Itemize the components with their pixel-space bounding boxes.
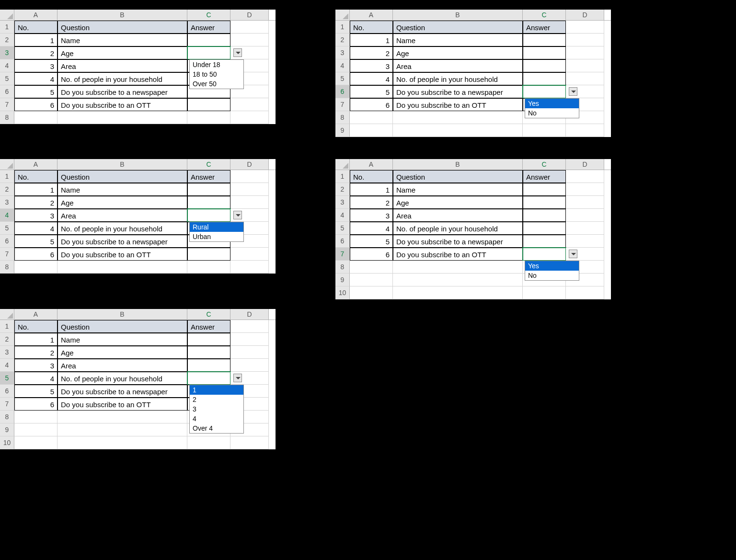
cell-B8[interactable] bbox=[58, 261, 187, 274]
select-all-corner[interactable] bbox=[335, 159, 350, 170]
column-header-C[interactable]: C bbox=[187, 159, 230, 170]
cell-D2[interactable] bbox=[230, 333, 269, 346]
cell-A4[interactable]: 3 bbox=[350, 59, 393, 72]
row-header-9[interactable]: 9 bbox=[335, 274, 350, 286]
dropdown-item[interactable]: 4 bbox=[190, 414, 243, 423]
cell-C5[interactable] bbox=[523, 72, 566, 85]
cell-A9[interactable] bbox=[14, 423, 58, 436]
row-header-8[interactable]: 8 bbox=[335, 111, 350, 124]
dropdown-button[interactable] bbox=[233, 48, 242, 57]
cell-D2[interactable] bbox=[566, 34, 604, 46]
cell-D5[interactable] bbox=[566, 72, 604, 85]
cell-B5[interactable]: No. of people in your household bbox=[58, 72, 187, 85]
row-header-10[interactable]: 10 bbox=[0, 436, 14, 449]
dropdown-list[interactable]: YesNo bbox=[525, 261, 579, 281]
cell-B3[interactable]: Age bbox=[58, 46, 187, 59]
column-header-C[interactable]: C bbox=[523, 10, 566, 20]
cell-D2[interactable] bbox=[230, 34, 269, 46]
select-all-corner[interactable] bbox=[0, 10, 14, 20]
cell-B2[interactable]: Name bbox=[58, 333, 187, 346]
cell-A8[interactable] bbox=[350, 261, 393, 274]
dropdown-item[interactable]: 3 bbox=[190, 404, 243, 414]
cell-B1[interactable]: Question bbox=[58, 320, 187, 333]
cell-D3[interactable] bbox=[230, 346, 269, 359]
cell-D10[interactable] bbox=[566, 286, 604, 299]
cell-B5[interactable]: No. of people in your household bbox=[58, 372, 187, 385]
row-header-9[interactable]: 9 bbox=[335, 124, 350, 137]
cell-A1[interactable]: No. bbox=[350, 170, 393, 183]
column-header-D[interactable]: D bbox=[230, 10, 269, 20]
row-header-6[interactable]: 6 bbox=[0, 85, 14, 98]
cell-D7[interactable] bbox=[230, 98, 269, 111]
cell-D4[interactable] bbox=[566, 59, 604, 72]
select-all-corner[interactable] bbox=[0, 309, 14, 320]
cell-B5[interactable]: No. of people in your household bbox=[393, 222, 523, 235]
row-header-7[interactable]: 7 bbox=[335, 98, 350, 111]
cell-B2[interactable]: Name bbox=[58, 183, 187, 196]
cell-D1[interactable] bbox=[230, 170, 269, 183]
cell-C1[interactable]: Answer bbox=[187, 320, 230, 333]
cell-C4[interactable] bbox=[523, 59, 566, 72]
row-header-6[interactable]: 6 bbox=[335, 85, 350, 98]
cell-C10[interactable] bbox=[523, 286, 566, 299]
cell-B4[interactable]: Area bbox=[393, 59, 523, 72]
row-header-1[interactable]: 1 bbox=[335, 170, 350, 183]
row-header-4[interactable]: 4 bbox=[335, 59, 350, 72]
row-header-8[interactable]: 8 bbox=[0, 111, 14, 124]
row-header-7[interactable]: 7 bbox=[0, 98, 14, 111]
row-header-4[interactable]: 4 bbox=[0, 59, 14, 72]
cell-B6[interactable]: Do you subscribe to a newspaper bbox=[393, 85, 523, 98]
cell-A5[interactable]: 4 bbox=[14, 372, 58, 385]
cell-A5[interactable]: 4 bbox=[350, 72, 393, 85]
cell-D9[interactable] bbox=[566, 124, 604, 137]
cell-D7[interactable] bbox=[230, 248, 269, 261]
column-header-B[interactable]: B bbox=[58, 309, 187, 320]
row-header-6[interactable]: 6 bbox=[335, 235, 350, 248]
cell-B4[interactable]: Area bbox=[58, 59, 187, 72]
cell-B8[interactable] bbox=[58, 411, 187, 423]
cell-A8[interactable] bbox=[350, 111, 393, 124]
row-header-3[interactable]: 3 bbox=[335, 46, 350, 59]
cell-D3[interactable] bbox=[566, 196, 604, 209]
cell-A1[interactable]: No. bbox=[14, 21, 58, 34]
cell-C3[interactable] bbox=[523, 196, 566, 209]
cell-D2[interactable] bbox=[230, 183, 269, 196]
cell-C4[interactable] bbox=[187, 209, 230, 222]
column-header-B[interactable]: B bbox=[58, 159, 187, 170]
cell-C8[interactable] bbox=[187, 111, 230, 124]
cell-B6[interactable]: Do you subscribe to a newspaper bbox=[58, 235, 187, 248]
column-header-C[interactable]: C bbox=[187, 309, 230, 320]
cell-A4[interactable]: 3 bbox=[350, 209, 393, 222]
cell-A2[interactable]: 1 bbox=[14, 34, 58, 46]
row-header-4[interactable]: 4 bbox=[0, 209, 14, 222]
dropdown-item[interactable]: 2 bbox=[190, 395, 243, 404]
dropdown-button[interactable] bbox=[233, 374, 242, 382]
row-header-3[interactable]: 3 bbox=[0, 346, 14, 359]
cell-C3[interactable] bbox=[187, 346, 230, 359]
row-header-3[interactable]: 3 bbox=[335, 196, 350, 209]
cell-B4[interactable]: Area bbox=[58, 209, 187, 222]
row-header-6[interactable]: 6 bbox=[0, 385, 14, 398]
cell-B5[interactable]: No. of people in your household bbox=[58, 222, 187, 235]
cell-A6[interactable]: 5 bbox=[14, 85, 58, 98]
cell-B1[interactable]: Question bbox=[58, 21, 187, 34]
column-header-A[interactable]: A bbox=[14, 159, 58, 170]
cell-A3[interactable]: 2 bbox=[14, 46, 58, 59]
row-header-3[interactable]: 3 bbox=[0, 46, 14, 59]
cell-A6[interactable]: 5 bbox=[14, 235, 58, 248]
select-all-corner[interactable] bbox=[335, 10, 350, 20]
select-all-corner[interactable] bbox=[0, 159, 14, 170]
dropdown-item[interactable]: Under 18 bbox=[190, 60, 243, 69]
cell-A2[interactable]: 1 bbox=[350, 183, 393, 196]
cell-D10[interactable] bbox=[230, 436, 269, 449]
cell-A8[interactable] bbox=[14, 111, 58, 124]
cell-A2[interactable]: 1 bbox=[350, 34, 393, 46]
dropdown-button[interactable] bbox=[233, 211, 242, 219]
cell-C6[interactable] bbox=[523, 235, 566, 248]
column-header-D[interactable]: D bbox=[566, 10, 604, 20]
cell-A1[interactable]: No. bbox=[14, 170, 58, 183]
cell-C2[interactable] bbox=[187, 34, 230, 46]
cell-D1[interactable] bbox=[230, 320, 269, 333]
dropdown-item[interactable]: Urban bbox=[190, 232, 243, 241]
dropdown-list[interactable]: YesNo bbox=[525, 98, 579, 118]
